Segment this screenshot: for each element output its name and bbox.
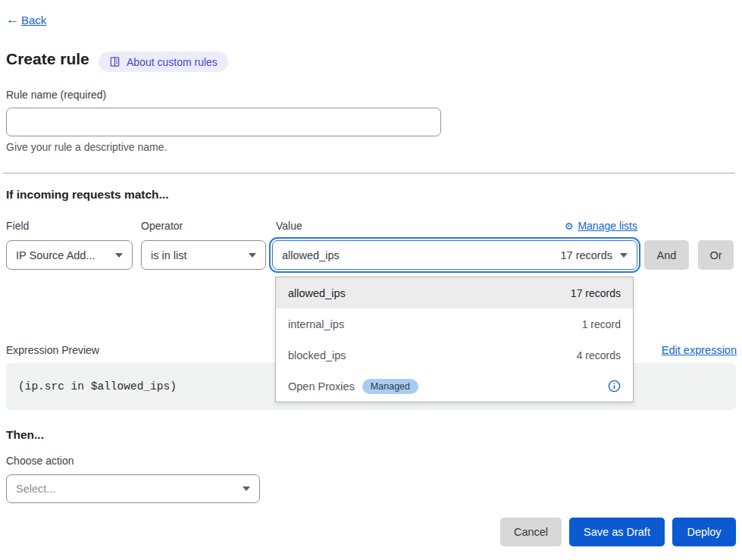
action-select-placeholder: Select... xyxy=(16,483,55,495)
action-select[interactable]: Select... xyxy=(6,474,260,503)
create-rule-page: ← Back Create rule About custom rules Ru… xyxy=(0,0,742,560)
expression-code: (ip.src in $allowed_ips) xyxy=(18,380,177,393)
managed-badge: Managed xyxy=(362,379,418,394)
field-select[interactable]: IP Source Add... xyxy=(6,240,133,270)
choose-action-label: Choose action xyxy=(6,455,74,467)
then-section-heading: Then... xyxy=(6,428,44,442)
list-item-open-proxies[interactable]: Open Proxies Managed xyxy=(276,371,633,402)
list-item-name: Open Proxies xyxy=(288,380,355,393)
value-select-record-count: 17 records xyxy=(560,249,612,261)
value-select-value: allowed_ips xyxy=(282,249,340,261)
cancel-button[interactable]: Cancel xyxy=(500,518,562,546)
list-item-name: allowed_ips xyxy=(288,287,346,299)
list-item-record-count: 1 record xyxy=(582,318,621,330)
field-label: Field xyxy=(6,220,29,232)
manage-lists-label: Manage lists xyxy=(578,220,637,232)
operator-label: Operator xyxy=(141,220,183,232)
list-item-internal-ips[interactable]: internal_ips 1 record xyxy=(276,308,633,339)
section-divider xyxy=(3,173,735,174)
rule-name-helper: Give your rule a descriptive name. xyxy=(6,141,167,153)
page-title: Create rule xyxy=(6,50,89,68)
about-custom-rules-link[interactable]: About custom rules xyxy=(99,52,228,72)
or-button[interactable]: Or xyxy=(698,240,734,270)
about-custom-rules-label: About custom rules xyxy=(127,56,218,68)
deploy-button[interactable]: Deploy xyxy=(672,518,736,546)
list-item-blocked-ips[interactable]: blocked_ips 4 records xyxy=(276,339,633,371)
operator-select-value: is in list xyxy=(151,249,187,261)
book-icon xyxy=(109,56,121,67)
back-link-label: Back xyxy=(21,14,46,27)
rule-name-input[interactable] xyxy=(6,108,441,136)
arrow-left-icon: ← xyxy=(6,12,19,27)
manage-lists-link[interactable]: ⚙ Manage lists xyxy=(565,220,637,232)
value-label: Value xyxy=(276,220,302,232)
chevron-down-icon xyxy=(243,486,250,491)
field-select-value: IP Source Add... xyxy=(16,249,95,261)
info-icon[interactable] xyxy=(608,380,621,393)
gear-icon: ⚙ xyxy=(565,221,574,232)
expression-preview-label: Expression Preview xyxy=(6,344,99,356)
value-select[interactable]: allowed_ips 17 records xyxy=(272,240,637,270)
back-link[interactable]: ← Back xyxy=(6,12,46,27)
list-item-name: internal_ips xyxy=(288,318,344,330)
save-as-draft-button[interactable]: Save as Draft xyxy=(569,518,665,546)
list-item-allowed-ips[interactable]: allowed_ips 17 records xyxy=(276,277,633,308)
edit-expression-link[interactable]: Edit expression xyxy=(662,344,737,356)
list-item-record-count: 17 records xyxy=(571,287,621,299)
operator-select[interactable]: is in list xyxy=(141,240,266,270)
chevron-down-icon xyxy=(249,253,256,258)
and-button[interactable]: And xyxy=(644,240,689,270)
chevron-down-icon xyxy=(115,253,123,258)
list-item-name: blocked_ips xyxy=(288,349,346,361)
rule-name-label: Rule name (required) xyxy=(6,89,106,101)
list-item-record-count: 4 records xyxy=(577,349,621,361)
chevron-down-icon xyxy=(620,253,628,258)
match-section-heading: If incoming requests match... xyxy=(6,188,168,202)
value-dropdown-menu: allowed_ips 17 records internal_ips 1 re… xyxy=(275,277,634,402)
